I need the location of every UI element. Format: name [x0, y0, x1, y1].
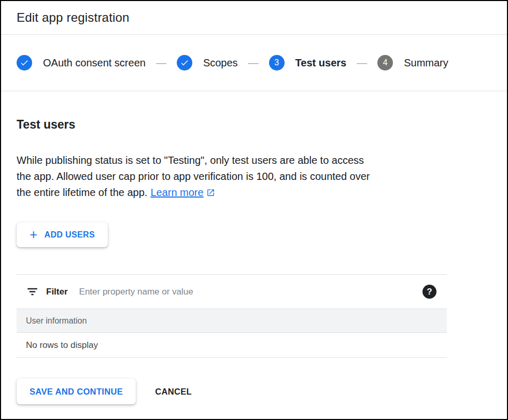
header: Edit app registration	[1, 1, 507, 35]
section-heading: Test users	[17, 117, 491, 132]
step-complete-check-icon	[17, 55, 32, 71]
main-content: Test users While publishing status is se…	[1, 117, 507, 358]
description-line: While publishing status is set to "Testi…	[17, 152, 452, 169]
step-connector: —	[357, 57, 367, 69]
filter-bar: Filter ?	[17, 274, 447, 309]
table-empty-message: No rows to display	[26, 340, 98, 351]
page-title: Edit app registration	[17, 10, 130, 25]
stepper-step-summary[interactable]: 4 Summary	[377, 55, 448, 71]
table-empty-row: No rows to display	[17, 333, 447, 358]
footer-actions: SAVE AND CONTINUE CANCEL	[17, 379, 491, 404]
step-connector: —	[156, 57, 166, 69]
add-users-button-label: ADD USERS	[45, 230, 95, 240]
description-line: the app. Allowed user cap prior to app v…	[17, 169, 452, 185]
filter-icon[interactable]	[26, 285, 39, 298]
external-link-icon	[206, 188, 215, 199]
test-users-table-card: Filter ? User information No rows to dis…	[17, 274, 447, 358]
plus-icon: +	[30, 228, 38, 241]
step-complete-check-icon	[177, 55, 192, 71]
stepper-step-oauth-consent-screen[interactable]: OAuth consent screen	[17, 55, 146, 71]
table-header-row: User information	[17, 309, 447, 333]
filter-label: Filter	[46, 287, 68, 297]
add-users-button[interactable]: + ADD USERS	[17, 222, 108, 247]
step-label-current: Test users	[295, 57, 347, 69]
step-connector: —	[248, 57, 259, 69]
description-line: the entire lifetime of the app.	[17, 187, 147, 198]
step-label: Summary	[404, 57, 448, 69]
stepper: OAuth consent screen — Scopes — 3 Test u…	[1, 35, 507, 91]
help-icon[interactable]: ?	[422, 285, 436, 299]
stepper-step-scopes[interactable]: Scopes	[177, 55, 238, 71]
table-column-user-information: User information	[26, 316, 87, 326]
section-description: While publishing status is set to "Testi…	[17, 152, 452, 202]
step-number-badge: 4	[377, 55, 393, 71]
step-number-badge: 3	[269, 55, 285, 71]
step-label: OAuth consent screen	[43, 57, 146, 69]
save-and-continue-button[interactable]: SAVE AND CONTINUE	[17, 379, 136, 404]
filter-input[interactable]	[79, 287, 415, 297]
cancel-button[interactable]: CANCEL	[155, 387, 192, 397]
stepper-step-test-users[interactable]: 3 Test users	[269, 55, 347, 71]
learn-more-link[interactable]: Learn more	[150, 187, 203, 198]
edit-app-registration-page: Edit app registration OAuth consent scre…	[1, 1, 507, 404]
step-label: Scopes	[203, 57, 238, 69]
